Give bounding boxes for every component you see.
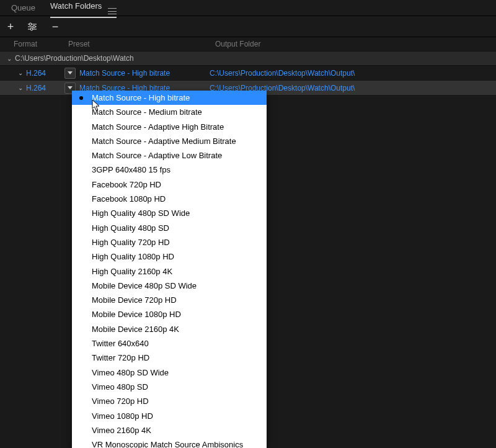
preset-option[interactable]: Facebook 720p HD — [72, 177, 267, 192]
preset-option[interactable]: Vimeo 720p HD — [72, 394, 267, 408]
settings-sliders-icon[interactable] — [27, 22, 38, 31]
preset-option[interactable]: Vimeo 480p SD — [72, 380, 267, 394]
add-button[interactable]: + — [5, 21, 16, 32]
preset-option[interactable]: Match Source - Medium bitrate — [72, 105, 267, 119]
preset-option[interactable]: Mobile Device 480p SD Wide — [72, 279, 267, 293]
output-folder-link[interactable]: C:\Users\Production\Desktop\Watch\Output… — [210, 69, 355, 78]
toolbar: + − — [0, 16, 496, 37]
preset-option[interactable]: Mobile Device 1080p HD — [72, 307, 267, 321]
row-disclosure-icon[interactable]: ⌄ — [15, 69, 26, 76]
preset-dropdown-trigger[interactable] — [64, 68, 76, 79]
svg-point-5 — [30, 28, 33, 30]
preset-dropdown-list[interactable]: Match Source - High bitrateMatch Source … — [72, 91, 267, 448]
tab-queue[interactable]: Queue — [11, 3, 35, 12]
format-link[interactable]: H.264 — [26, 69, 64, 78]
chevron-down-icon — [68, 71, 73, 74]
preset-option[interactable]: Match Source - Adaptive Low Bitrate — [72, 148, 267, 163]
preset-option[interactable]: Vimeo 480p SD Wide — [72, 365, 267, 380]
folder-disclosure-icon[interactable]: ⌄ — [4, 55, 15, 62]
panel-menu-icon[interactable] — [108, 8, 117, 14]
format-link[interactable]: H.264 — [26, 84, 64, 92]
preset-option[interactable]: 3GPP 640x480 15 fps — [72, 163, 267, 177]
preset-link[interactable]: Match Source - High bitrate — [79, 69, 210, 78]
tab-watch-folders[interactable]: Watch Folders — [50, 1, 117, 14]
watch-folder-tree: ⌄ C:\Users\Production\Desktop\Watch ⌄ H.… — [0, 51, 496, 96]
chevron-down-icon — [68, 86, 73, 89]
preset-option[interactable]: VR Monoscopic Match Source Ambisonics — [72, 437, 267, 448]
preset-option[interactable]: Match Source - High bitrate — [72, 91, 267, 105]
remove-button[interactable]: − — [50, 21, 61, 32]
preset-option[interactable]: Match Source - Adaptive Medium Bitrate — [72, 134, 267, 148]
preset-option[interactable]: Mobile Device 2160p 4K — [72, 322, 267, 336]
header-output: Output Folder — [215, 40, 492, 48]
folder-path: C:\Users\Production\Desktop\Watch — [15, 54, 134, 63]
preset-option[interactable]: Twitter 640x640 — [72, 336, 267, 351]
preset-option[interactable]: High Quality 480p SD Wide — [72, 206, 267, 220]
preset-option[interactable]: High Quality 1080p HD — [72, 249, 267, 264]
row-disclosure-icon[interactable]: ⌄ — [15, 84, 26, 91]
preset-option[interactable]: High Quality 480p SD — [72, 221, 267, 235]
preset-option[interactable]: Twitter 720p HD — [72, 351, 267, 365]
preset-option[interactable]: Vimeo 1080p HD — [72, 409, 267, 423]
preset-option[interactable]: Vimeo 2160p 4K — [72, 423, 267, 437]
top-tab-bar: Queue Watch Folders — [0, 0, 496, 16]
tab-watch-folders-label: Watch Folders — [50, 1, 102, 11]
preset-option[interactable]: High Quality 2160p 4K — [72, 264, 267, 279]
header-preset: Preset — [68, 40, 215, 48]
preset-option[interactable]: Facebook 1080p HD — [72, 192, 267, 206]
column-headers: Format Preset Output Folder — [0, 37, 496, 51]
folder-row[interactable]: ⌄ C:\Users\Production\Desktop\Watch — [0, 51, 496, 66]
output-row[interactable]: ⌄ H.264 Match Source - High bitrate C:\U… — [0, 66, 496, 81]
svg-point-1 — [29, 23, 32, 25]
svg-point-3 — [33, 25, 35, 28]
header-format: Format — [14, 40, 68, 48]
preset-option[interactable]: Mobile Device 720p HD — [72, 293, 267, 307]
preset-option[interactable]: Match Source - Adaptive High Bitrate — [72, 120, 267, 134]
preset-option[interactable]: High Quality 720p HD — [72, 235, 267, 249]
